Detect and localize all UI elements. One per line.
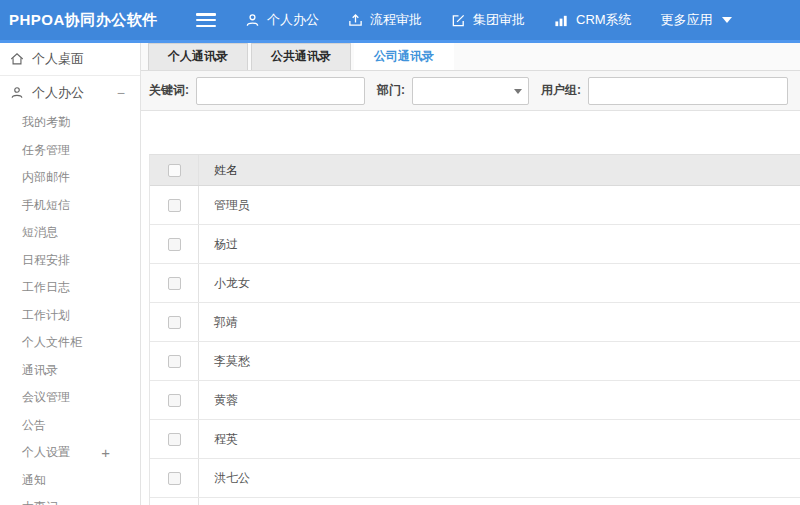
nav-label: 流程审批	[370, 11, 422, 29]
department-select[interactable]	[412, 77, 529, 105]
tab-personal-contacts[interactable]: 个人通讯录	[148, 43, 248, 70]
table-row: 黄蓉	[150, 381, 800, 420]
sidebar-item-internal-mail[interactable]: 内部邮件	[0, 164, 140, 192]
hamburger-menu-icon[interactable]	[196, 13, 216, 27]
department-label: 部门:	[377, 82, 405, 99]
select-caret-icon	[514, 89, 522, 94]
sidebar-item-personal-settings[interactable]: 个人设置 +	[0, 439, 140, 467]
contact-name[interactable]: 杨过	[199, 225, 800, 263]
app-window: PHPOA协同办公软件 个人办公 流程审批	[0, 0, 800, 505]
name-column-header: 姓名	[199, 155, 800, 185]
sidebar-section-label: 个人办公	[32, 84, 84, 102]
row-checkbox[interactable]	[168, 355, 181, 368]
sidebar-item-work-plan[interactable]: 工作计划	[0, 302, 140, 330]
row-checkbox[interactable]	[168, 394, 181, 407]
nav-label: 个人办公	[267, 11, 319, 29]
table-row: 洪七公	[150, 459, 800, 498]
row-checkbox[interactable]	[168, 277, 181, 290]
table-header: 姓名	[150, 155, 800, 186]
sidebar-item-label: 通讯录	[22, 362, 58, 379]
person-icon	[245, 13, 260, 28]
row-checkbox[interactable]	[168, 238, 181, 251]
nav-label: 更多应用	[661, 11, 713, 29]
expand-toggle-icon[interactable]: +	[101, 445, 110, 460]
sidebar-item-label: 公告	[22, 417, 46, 434]
sidebar-item-label: 日程安排	[22, 252, 70, 269]
sidebar-item-events[interactable]: 大事记	[0, 494, 140, 505]
sidebar-item-label: 我的考勤	[22, 114, 70, 131]
main-content: 个人通讯录 公共通讯录 公司通讯录 关键词: 部门: 用户组: 姓名	[141, 43, 800, 505]
keyword-input[interactable]	[196, 77, 365, 105]
nav-label: 集团审批	[473, 11, 525, 29]
sidebar: 个人桌面 个人办公 − 我的考勤 任务管理 内部邮件 手机短信 短消息 日程安排…	[0, 43, 141, 505]
filter-bar: 关键词: 部门: 用户组:	[141, 71, 800, 112]
sidebar-item-label: 通知	[22, 472, 46, 489]
sidebar-item-label: 工作日志	[22, 279, 70, 296]
usergroup-input[interactable]	[588, 77, 788, 105]
nav-item-crm[interactable]: CRM系统	[554, 11, 632, 29]
tab-company-contacts[interactable]: 公司通讯录	[354, 43, 454, 70]
sidebar-item-label: 内部邮件	[22, 169, 70, 186]
sidebar-item-label: 个人设置	[22, 444, 70, 461]
person-icon	[10, 86, 24, 100]
sidebar-section-label: 个人桌面	[32, 50, 84, 68]
sidebar-item-announcements[interactable]: 公告	[0, 412, 140, 440]
sidebar-item-personal-office[interactable]: 个人办公 −	[0, 76, 140, 109]
contact-name[interactable]: 黄蓉	[199, 381, 800, 419]
contact-name[interactable]: 小龙女	[199, 264, 800, 302]
row-checkbox[interactable]	[168, 433, 181, 446]
sidebar-item-work-log[interactable]: 工作日志	[0, 274, 140, 302]
sidebar-item-notifications[interactable]: 通知	[0, 467, 140, 495]
sidebar-item-attendance[interactable]: 我的考勤	[0, 109, 140, 137]
row-checkbox[interactable]	[168, 199, 181, 212]
sidebar-item-label: 工作计划	[22, 307, 70, 324]
sidebar-item-short-messages[interactable]: 短消息	[0, 219, 140, 247]
table-row: 管理员	[150, 186, 800, 225]
edit-icon	[451, 13, 466, 28]
tab-bar: 个人通讯录 公共通讯录 公司通讯录	[141, 43, 800, 71]
table-row: 小龙女	[150, 264, 800, 303]
home-icon	[10, 52, 24, 66]
row-checkbox[interactable]	[168, 472, 181, 485]
sidebar-item-label: 个人文件柜	[22, 334, 82, 351]
nav-item-personal-office[interactable]: 个人办公	[245, 11, 319, 29]
top-bar: PHPOA协同办公软件 个人办公 流程审批	[0, 0, 800, 40]
sidebar-item-personal-desktop[interactable]: 个人桌面	[0, 43, 140, 76]
contact-name[interactable]: 管理员	[199, 186, 800, 224]
sidebar-item-label: 大事记	[22, 499, 58, 505]
bar-chart-icon	[554, 13, 569, 28]
table-row-partial	[150, 498, 800, 505]
contact-name[interactable]: 李莫愁	[199, 342, 800, 380]
keyword-label: 关键词:	[149, 82, 189, 99]
tab-public-contacts[interactable]: 公共通讯录	[251, 43, 351, 70]
upload-icon	[348, 13, 363, 28]
contact-name[interactable]: 郭靖	[199, 303, 800, 341]
sidebar-item-label: 会议管理	[22, 389, 70, 406]
sidebar-item-tasks[interactable]: 任务管理	[0, 137, 140, 165]
contact-name[interactable]: 洪七公	[199, 459, 800, 497]
contacts-table: 姓名 管理员 杨过 小龙女 郭靖	[149, 154, 800, 505]
table-row: 郭靖	[150, 303, 800, 342]
sidebar-item-file-cabinet[interactable]: 个人文件柜	[0, 329, 140, 357]
select-all-checkbox[interactable]	[168, 164, 181, 177]
contact-name[interactable]: 程英	[199, 420, 800, 458]
sidebar-item-meetings[interactable]: 会议管理	[0, 384, 140, 412]
sidebar-item-label: 手机短信	[22, 197, 70, 214]
sidebar-item-schedule[interactable]: 日程安排	[0, 247, 140, 275]
nav-item-workflow-approval[interactable]: 流程审批	[348, 11, 422, 29]
row-checkbox[interactable]	[168, 316, 181, 329]
sidebar-item-label: 短消息	[22, 224, 58, 241]
sidebar-item-mobile-sms[interactable]: 手机短信	[0, 192, 140, 220]
caret-down-icon	[722, 17, 732, 23]
usergroup-label: 用户组:	[541, 82, 581, 99]
table-row: 杨过	[150, 225, 800, 264]
nav-item-group-approval[interactable]: 集团审批	[451, 11, 525, 29]
sidebar-item-label: 任务管理	[22, 142, 70, 159]
content-spacer	[141, 111, 800, 154]
table-row: 程英	[150, 420, 800, 459]
sidebar-item-contacts[interactable]: 通讯录	[0, 357, 140, 385]
table-row: 李莫愁	[150, 342, 800, 381]
nav-item-more-apps[interactable]: 更多应用	[661, 11, 732, 29]
nav-label: CRM系统	[576, 11, 632, 29]
collapse-toggle-icon[interactable]: −	[117, 86, 125, 100]
